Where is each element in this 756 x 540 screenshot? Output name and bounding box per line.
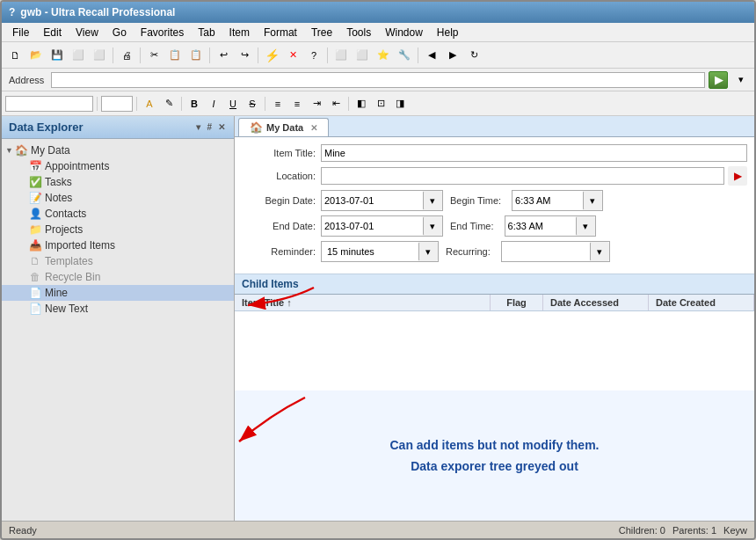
address-bar: Address ▶ ▾	[2, 69, 754, 91]
underline-btn[interactable]: U	[224, 95, 242, 113]
highlight-btn[interactable]: ✎	[160, 95, 178, 113]
align-left-btn[interactable]: ◧	[353, 95, 370, 113]
end-time-picker-btn[interactable]: ▾	[576, 216, 595, 236]
tree-item-projects[interactable]: 📁 Projects	[2, 222, 234, 237]
menu-tab[interactable]: Tab	[191, 25, 222, 40]
copy-btn[interactable]: 📋	[165, 46, 185, 65]
end-time-input[interactable]	[505, 217, 576, 235]
align-center-btn[interactable]: ⊡	[372, 95, 389, 113]
tree-item-mydata[interactable]: ▼ 🏠 My Data	[2, 142, 234, 158]
tree-item-recycle-bin[interactable]: 🗑 Recycle Bin	[2, 269, 234, 285]
tasks-icon: ✅	[28, 175, 42, 189]
tree-item-contacts[interactable]: 👤 Contacts	[2, 206, 234, 222]
indent-btn[interactable]: ⇥	[308, 95, 325, 113]
refresh-btn[interactable]: ↻	[464, 46, 483, 65]
tree-item-newtext[interactable]: 📄 New Text	[2, 301, 234, 317]
address-go-button[interactable]: ▶	[709, 71, 728, 89]
cut-btn[interactable]: ✂	[144, 46, 164, 65]
tab-close-icon[interactable]: ✕	[310, 123, 317, 133]
nav-btn-1[interactable]: ⬜	[331, 46, 351, 65]
begin-time-input[interactable]	[512, 192, 583, 209]
menu-go[interactable]: Go	[105, 25, 134, 40]
address-extra-btn[interactable]: ▾	[731, 70, 751, 90]
nav-back-btn[interactable]: ◀	[422, 46, 441, 65]
col-flag[interactable]: Flag	[491, 295, 543, 310]
menu-file[interactable]: File	[5, 25, 36, 40]
tree-item-imported-items[interactable]: 📥 Imported Items	[2, 237, 234, 253]
tree-item-templates[interactable]: 🗋 Templates	[2, 253, 234, 269]
align-right-btn[interactable]: ◨	[391, 95, 409, 113]
end-date-input[interactable]	[322, 217, 423, 235]
save-btn[interactable]: 💾	[47, 46, 67, 65]
begin-time-picker-btn[interactable]: ▾	[583, 191, 602, 210]
address-input[interactable]	[51, 72, 705, 88]
location-browse-btn[interactable]: ▶	[728, 166, 747, 186]
font-selector[interactable]	[5, 96, 93, 112]
begin-date-picker-btn[interactable]: ▾	[423, 191, 442, 210]
tree-label-notes: Notes	[45, 192, 72, 204]
templates-icon: 🗋	[28, 254, 42, 268]
delete-btn[interactable]: ✕	[283, 46, 302, 65]
paste-btn[interactable]: 📋	[186, 46, 206, 65]
tree-label-imported: Imported Items	[45, 239, 115, 252]
content-wrapper: 🏠 My Data ✕ Item Title: Location:	[235, 116, 754, 521]
mine-icon: 📄	[28, 286, 42, 300]
tb-btn-2[interactable]: ⬜	[90, 46, 109, 65]
open-btn[interactable]: 📂	[26, 46, 46, 65]
col-date-accessed[interactable]: Date Accessed	[543, 295, 649, 310]
tree-item-notes[interactable]: 📝 Notes	[2, 190, 234, 206]
tree-label-recyclebin: Recycle Bin	[45, 271, 100, 283]
sidebar-dock-icon[interactable]: #	[205, 122, 214, 132]
help-btn[interactable]: ?	[304, 46, 323, 65]
new-btn[interactable]: 🗋	[5, 46, 25, 65]
tree-item-mine[interactable]: 📄 Mine	[2, 285, 234, 301]
nav-btn-2[interactable]: ⬜	[353, 46, 372, 65]
location-label: Location:	[242, 171, 321, 181]
toolbar: 🗋 📂 💾 ⬜ ⬜ 🖨 ✂ 📋 📋 ↩ ↪ ⚡ ✕ ? ⬜ ⬜ ⭐ 🔧 ◀ ▶ …	[2, 42, 754, 69]
undo-btn[interactable]: ↩	[214, 46, 233, 65]
col-item-title[interactable]: Item Title ↑	[235, 295, 491, 310]
menu-item[interactable]: Item	[222, 25, 257, 40]
outdent-btn[interactable]: ⇤	[327, 95, 345, 113]
menu-favorites[interactable]: Favorites	[134, 25, 191, 40]
end-date-picker-btn[interactable]: ▾	[423, 216, 442, 236]
menu-window[interactable]: Window	[378, 25, 430, 40]
list-ol-btn[interactable]: ≡	[288, 95, 306, 113]
font-size-selector[interactable]	[101, 96, 133, 112]
menu-tree[interactable]: Tree	[304, 25, 339, 40]
action-btn[interactable]: ⚡	[262, 46, 281, 65]
sidebar-controls: ▾ # ✕	[194, 122, 227, 132]
reminder-dropdown-btn[interactable]: ▾	[418, 242, 438, 261]
menu-tools[interactable]: Tools	[339, 25, 378, 40]
tree-item-tasks[interactable]: ✅ Tasks	[2, 174, 234, 190]
font-color-btn[interactable]: A	[141, 95, 158, 113]
col-date-created[interactable]: Date Created	[649, 295, 754, 310]
sidebar-close-icon[interactable]: ✕	[216, 122, 227, 132]
print-btn[interactable]: 🖨	[117, 46, 136, 65]
star-btn[interactable]: ⭐	[374, 46, 393, 65]
menu-edit[interactable]: Edit	[36, 25, 69, 40]
bold-btn[interactable]: B	[185, 95, 203, 113]
sidebar-pin-icon[interactable]: ▾	[194, 122, 202, 132]
nav-fwd-btn[interactable]: ▶	[443, 46, 462, 65]
list-ul-btn[interactable]: ≡	[269, 95, 287, 113]
location-input[interactable]	[321, 167, 724, 185]
tree-item-appointments[interactable]: 📅 Appointments	[2, 158, 234, 174]
begin-date-input[interactable]	[322, 192, 423, 209]
end-dates-row: End Date: ▾ End Time: ▾	[242, 215, 747, 237]
strikethrough-btn[interactable]: S	[244, 95, 261, 113]
content-area: 🏠 My Data ✕ Item Title: Location:	[235, 116, 754, 521]
item-title-input[interactable]	[321, 144, 747, 162]
recurring-dropdown-btn[interactable]: ▾	[590, 242, 609, 261]
contacts-icon: 👤	[28, 207, 42, 221]
menu-format[interactable]: Format	[257, 25, 304, 40]
child-items-table: Item Title ↑ Flag Date Accessed Date Cre…	[235, 295, 754, 390]
italic-btn[interactable]: I	[205, 95, 222, 113]
tab-mydata[interactable]: 🏠 My Data ✕	[238, 118, 329, 136]
child-items-label: Child Items	[242, 278, 299, 290]
tb-btn-1[interactable]: ⬜	[69, 46, 88, 65]
menu-help[interactable]: Help	[430, 25, 466, 40]
wrench-btn[interactable]: 🔧	[395, 46, 414, 65]
redo-btn[interactable]: ↪	[235, 46, 254, 65]
menu-view[interactable]: View	[69, 25, 105, 40]
